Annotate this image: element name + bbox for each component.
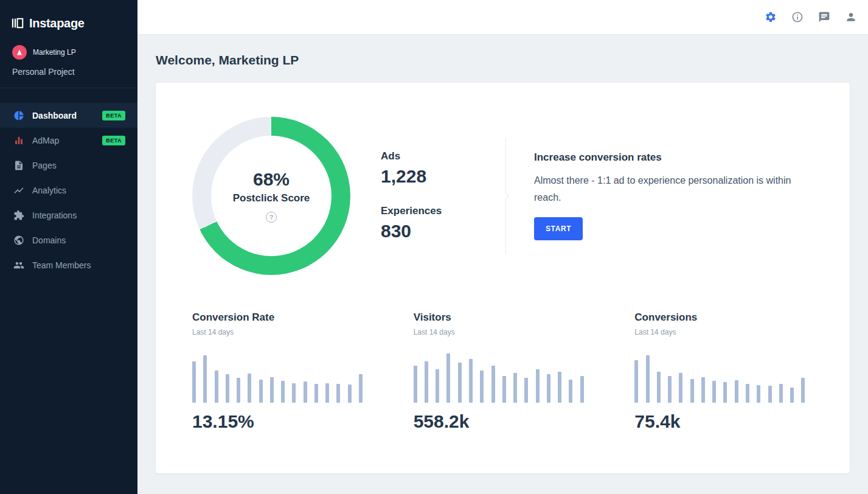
visitors-chart	[414, 351, 584, 403]
score-section: 68% Postclick Score ? Ads 1,228 Experien…	[156, 83, 850, 275]
metric-title: Conversions	[634, 311, 813, 324]
sidebar-item-integrations[interactable]: Integrations	[0, 203, 137, 228]
bar	[192, 361, 196, 403]
sidebar-item-label: Integrations	[32, 210, 77, 220]
conversions-chart	[634, 351, 805, 403]
bar	[558, 372, 561, 403]
bar	[491, 366, 495, 403]
sidebar: Instapage Marketing LP Personal Project …	[0, 0, 137, 494]
bar	[701, 377, 705, 403]
ads-stat: Ads 1,228	[381, 150, 505, 187]
bar	[480, 370, 484, 403]
bar	[524, 378, 528, 403]
instapage-logo-icon	[11, 16, 24, 30]
sidebar-item-domains[interactable]: Domains	[0, 228, 137, 252]
integrations-icon	[13, 210, 24, 221]
start-button[interactable]: START	[534, 217, 583, 240]
sidebar-item-label: Dashboard	[32, 111, 77, 120]
conversion-rate-chart	[192, 351, 363, 403]
bar	[712, 381, 716, 403]
metric-value: 13.15%	[192, 411, 371, 432]
experiences-label: Experiences	[381, 205, 505, 217]
admap-icon	[13, 135, 24, 146]
bar	[226, 374, 229, 403]
bar	[325, 383, 329, 403]
project-selector-wrap: Personal Project	[0, 60, 137, 88]
bar	[292, 383, 296, 403]
account-icon[interactable]	[845, 11, 857, 23]
bar	[203, 355, 207, 403]
app-window: Instapage Marketing LP Personal Project …	[0, 0, 868, 494]
bar	[757, 385, 760, 403]
bar	[723, 382, 727, 403]
help-icon[interactable]: ?	[266, 212, 277, 223]
postclick-donut: 68% Postclick Score ?	[192, 117, 350, 275]
sidebar-item-label: AdMap	[32, 136, 59, 145]
bar	[779, 384, 783, 403]
info-icon[interactable]	[791, 11, 804, 23]
bar	[414, 366, 417, 403]
bar	[746, 384, 749, 403]
bar	[270, 377, 274, 403]
bar	[657, 372, 661, 403]
project-selector[interactable]: Personal Project	[12, 67, 122, 77]
sidebar-item-admap[interactable]: AdMap BETA	[0, 128, 137, 153]
visitors-metric: Visitors Last 14 days 558.2k	[414, 311, 592, 432]
bar	[458, 363, 462, 403]
instapage-logo: Instapage	[0, 0, 137, 34]
domains-icon	[13, 235, 24, 246]
analytics-icon	[13, 185, 24, 196]
chat-icon[interactable]	[818, 11, 830, 23]
metric-subtitle: Last 14 days	[192, 328, 371, 336]
donut-center: 68% Postclick Score ?	[211, 136, 332, 256]
metric-title: Visitors	[414, 311, 592, 324]
bar	[735, 380, 738, 403]
bar	[281, 381, 285, 403]
sidebar-item-analytics[interactable]: Analytics	[0, 178, 137, 203]
settings-icon[interactable]	[765, 11, 777, 23]
metric-value: 75.4k	[634, 411, 813, 432]
bar	[259, 380, 263, 403]
bar	[790, 388, 794, 403]
bar	[469, 359, 473, 403]
bar	[359, 374, 363, 403]
sidebar-item-label: Analytics	[32, 186, 66, 195]
sidebar-nav: Dashboard BETA AdMap BETA Pages	[0, 103, 137, 277]
bar	[215, 370, 218, 403]
conversions-metric: Conversions Last 14 days 75.4k	[634, 311, 813, 432]
postclick-score-label: Postclick Score	[233, 192, 310, 204]
bar	[547, 374, 550, 403]
bar	[634, 360, 638, 403]
main-panel: Welcome, Marketing LP 68% Postclick Scor…	[137, 35, 868, 494]
bar	[679, 373, 682, 403]
bar	[502, 376, 506, 403]
bar	[668, 376, 672, 403]
bar	[336, 384, 340, 403]
sidebar-item-dashboard[interactable]: Dashboard BETA	[0, 103, 137, 128]
cta-body: Almost there - 1:1 ad to experience pers…	[534, 172, 808, 206]
workspace-name: Marketing LP	[33, 48, 76, 57]
sidebar-item-pages[interactable]: Pages	[0, 153, 137, 178]
metric-value: 558.2k	[414, 411, 592, 432]
bar	[580, 376, 584, 403]
bar	[768, 386, 772, 403]
metric-title: Conversion Rate	[192, 311, 371, 324]
pages-icon	[13, 160, 24, 171]
bar	[436, 369, 439, 403]
bar	[425, 361, 428, 403]
dashboard-pie-icon	[13, 110, 24, 121]
sidebar-item-label: Team Members	[32, 260, 91, 270]
bar	[690, 379, 694, 403]
beta-badge: BETA	[102, 136, 125, 145]
dashboard-card: 68% Postclick Score ? Ads 1,228 Experien…	[156, 83, 850, 473]
workspace-avatar	[12, 45, 27, 60]
conversion-rate-metric: Conversion Rate Last 14 days 13.15%	[192, 311, 371, 432]
sidebar-item-team-members[interactable]: Team Members	[0, 252, 137, 277]
score-stats: Ads 1,228 Experiences 830	[381, 150, 505, 242]
experiences-stat: Experiences 830	[381, 205, 505, 242]
ads-label: Ads	[381, 150, 505, 162]
content-area: Welcome, Marketing LP 68% Postclick Scor…	[137, 0, 868, 494]
workspace-avatar-glyph	[16, 49, 23, 56]
bar	[646, 355, 650, 403]
bar	[446, 353, 450, 403]
